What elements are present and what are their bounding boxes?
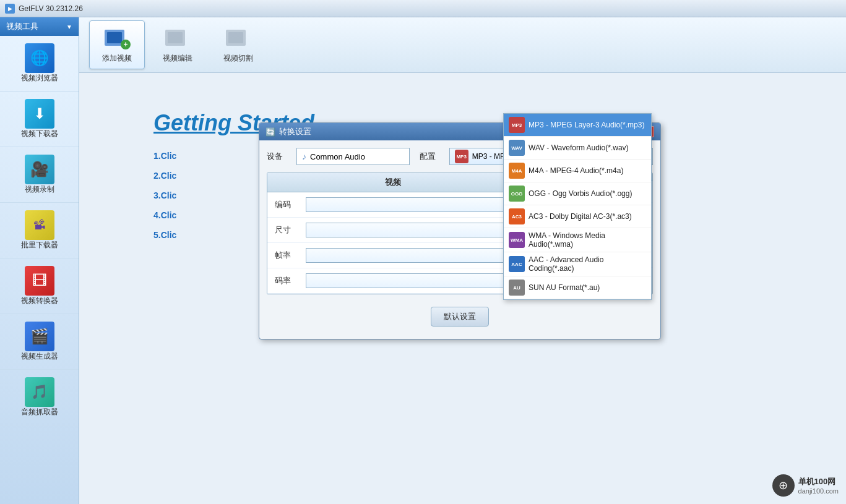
format-icon-aac: AAC	[509, 256, 525, 272]
video-fps-label: 帧率	[275, 250, 306, 261]
sidebar-item-batch-downloader[interactable]: 📽 批里下载器	[0, 203, 79, 258]
sidebar-label-video-recorder: 视频录制	[25, 184, 54, 195]
svg-rect-7	[228, 32, 243, 43]
video-encode-select-wrap: ▼	[306, 197, 511, 212]
device-field-label: 设备	[267, 151, 291, 162]
video-bitrate-select[interactable]	[306, 273, 511, 288]
svg-text:+: +	[123, 40, 127, 49]
main-area: + 添加视频 视频编辑 视频切割	[79, 17, 846, 504]
sidebar-label-video-browser: 视频浏览器	[21, 73, 58, 83]
add-video-button[interactable]: + 添加视频	[89, 20, 145, 69]
sidebar-item-video-downloader[interactable]: ⬇ 视频下载器	[0, 92, 79, 147]
video-cut-icon	[223, 26, 253, 51]
video-encode-select[interactable]	[306, 197, 511, 212]
video-size-select[interactable]	[306, 223, 511, 237]
video-panel-header: 视频	[267, 173, 519, 192]
sidebar-item-video-generator[interactable]: 🎬 视频生成器	[0, 314, 79, 370]
format-dropdown-icon: MP3	[455, 150, 468, 163]
content-area: Getting Started 1.Clic 2.Clic 3.Clic 4.C…	[79, 73, 846, 504]
batch-downloader-icon: 📽	[25, 210, 54, 240]
video-size-row: 尺寸 ▼	[267, 218, 519, 243]
video-cut-button[interactable]: 视频切割	[210, 20, 266, 69]
video-edit-label: 视频编辑	[163, 53, 192, 64]
device-note-icon: ♪	[302, 152, 306, 161]
dialog-title-label: 转换设置	[279, 126, 311, 137]
format-icon-m4a: M4A	[509, 163, 525, 179]
title-bar: ▶ GetFLV 30.2312.26	[0, 0, 846, 17]
format-item-au[interactable]: AU SUN AU Format(*.au)	[504, 276, 651, 299]
sidebar: 视频工具 ▼ 🌐 视频浏览器 ⬇ 视频下载器 🎥 视频录制 📽 批里下载器 🎞 …	[0, 17, 79, 504]
video-edit-icon	[163, 26, 192, 51]
default-settings-button[interactable]: 默认设置	[431, 307, 489, 327]
svg-rect-5	[168, 32, 183, 43]
video-edit-button[interactable]: 视频编辑	[150, 20, 205, 69]
sidebar-item-video-recorder[interactable]: 🎥 视频录制	[0, 147, 79, 203]
video-generator-icon: 🎬	[25, 322, 54, 351]
sidebar-header: 视频工具 ▼	[0, 17, 79, 36]
format-list-dropdown: MP3 MP3 - MPEG Layer-3 Audio(*.mp3) WAV …	[503, 113, 652, 300]
video-size-label: 尺寸	[275, 224, 306, 236]
svg-rect-1	[107, 32, 122, 43]
video-bitrate-select-wrap: ▼	[306, 273, 511, 288]
audio-extractor-icon: 🎵	[25, 377, 54, 407]
config-field-label: 配置	[420, 151, 444, 162]
video-fps-select-wrap: ▼	[306, 248, 511, 263]
sidebar-label-video-converter: 视频转换器	[21, 296, 58, 306]
format-icon-wav: WAV	[509, 140, 525, 156]
video-bitrate-label: 码率	[275, 275, 306, 286]
video-downloader-icon: ⬇	[25, 99, 54, 129]
format-icon-ac3: AC3	[509, 208, 525, 224]
format-label-wma: WMA - Windows Media Audio(*.wma)	[529, 231, 646, 249]
format-item-ac3[interactable]: AC3 AC3 - Dolby Digital AC-3(*.ac3)	[504, 205, 651, 228]
format-label-wav: WAV - Waveform Audio(*.wav)	[529, 143, 629, 152]
sidebar-item-audio-extractor[interactable]: 🎵 音频抓取器	[0, 370, 79, 425]
format-item-aac[interactable]: AAC AAC - Advanced Audio Coding(*.aac)	[504, 252, 651, 276]
sidebar-item-video-converter[interactable]: 🎞 视频转换器	[0, 258, 79, 314]
video-converter-icon: 🎞	[25, 266, 54, 296]
format-label-aac: AAC - Advanced Audio Coding(*.aac)	[529, 255, 646, 273]
device-value: Common Audio	[310, 152, 365, 161]
format-label-ac3: AC3 - Dolby Digital AC-3(*.ac3)	[529, 212, 632, 221]
sidebar-header-arrow-icon: ▼	[66, 23, 72, 30]
format-icon-ogg: OGG	[509, 186, 525, 202]
add-video-label: 添加视频	[102, 53, 132, 64]
sidebar-label-audio-extractor: 音频抓取器	[21, 407, 58, 417]
format-label-m4a: M4A - MPEG-4 Audio(*.m4a)	[529, 166, 623, 175]
format-icon-wma: WMA	[509, 232, 525, 248]
sidebar-label-video-generator: 视频生成器	[21, 351, 58, 362]
format-item-ogg[interactable]: OGG OGG - Ogg Vorbis Audio(*.ogg)	[504, 182, 651, 205]
format-icon-mp3: MP3	[509, 117, 525, 133]
video-panel: 视频 编码 ▼ 尺寸 ▼	[267, 173, 519, 294]
video-size-select-wrap: ▼	[306, 223, 511, 237]
video-cut-label: 视频切割	[223, 53, 253, 64]
dialog-title-icon: 🔄	[265, 127, 275, 137]
format-label-mp3: MP3 - MPEG Layer-3 Audio(*.mp3)	[529, 121, 644, 129]
video-encode-row: 编码 ▼	[267, 192, 519, 218]
format-item-wav[interactable]: WAV WAV - Waveform Audio(*.wav)	[504, 137, 651, 160]
format-list-scrollable[interactable]: MP3 MP3 - MPEG Layer-3 Audio(*.mp3) WAV …	[504, 114, 651, 299]
add-video-icon: +	[102, 26, 132, 51]
app-title: GetFLV 30.2312.26	[19, 4, 83, 13]
sidebar-label-batch-downloader: 批里下载器	[21, 240, 58, 250]
sidebar-label-video-downloader: 视频下载器	[21, 129, 58, 139]
dialog-title-area: 🔄 转换设置	[265, 126, 311, 137]
sidebar-item-video-browser[interactable]: 🌐 视频浏览器	[0, 36, 79, 92]
video-encode-label: 编码	[275, 199, 306, 210]
format-item-m4a[interactable]: M4A M4A - MPEG-4 Audio(*.m4a)	[504, 160, 651, 182]
format-label-ogg: OGG - Ogg Vorbis Audio(*.ogg)	[529, 189, 632, 198]
video-recorder-icon: 🎥	[25, 155, 54, 184]
format-item-mp3[interactable]: MP3 MP3 - MPEG Layer-3 Audio(*.mp3)	[504, 114, 651, 137]
watermark-site-name: 单机100网	[798, 476, 839, 487]
watermark-site-url: danji100.com	[798, 487, 839, 495]
toolbar: + 添加视频 视频编辑 视频切割	[79, 17, 846, 73]
format-item-wma[interactable]: WMA WMA - Windows Media Audio(*.wma)	[504, 228, 651, 252]
format-label-au: SUN AU Format(*.au)	[529, 283, 600, 292]
watermark: ⊕ 单机100网 danji100.com	[772, 474, 839, 497]
device-input-field[interactable]: ♪ Common Audio	[296, 148, 410, 165]
video-fps-select[interactable]	[306, 248, 511, 263]
video-browser-icon: 🌐	[25, 43, 54, 73]
sidebar-header-label: 视频工具	[6, 21, 38, 32]
watermark-text: 单机100网 danji100.com	[798, 476, 839, 495]
video-fps-row: 帧率 ▼	[267, 243, 519, 268]
app-icon: ▶	[5, 4, 15, 14]
